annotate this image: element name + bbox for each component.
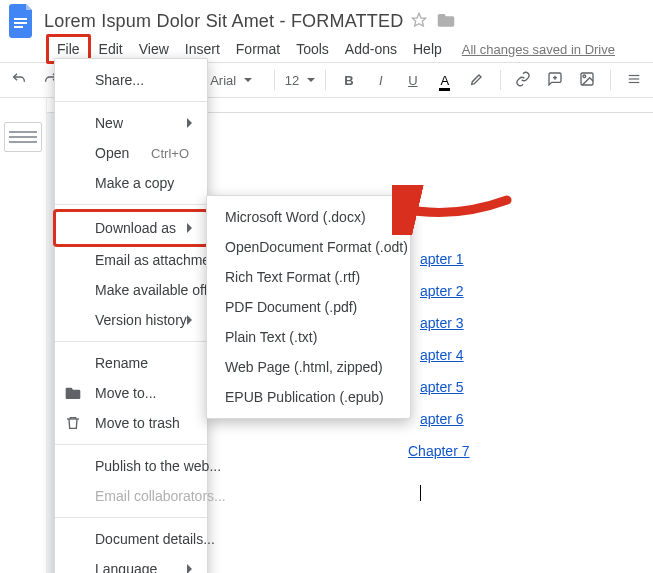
svg-rect-2 — [14, 26, 23, 28]
menu-separator — [55, 517, 207, 518]
download-rtf[interactable]: Rich Text Format (.rtf) — [207, 262, 410, 292]
star-icon[interactable] — [411, 12, 427, 31]
menu-addons[interactable]: Add-ons — [337, 37, 405, 61]
document-outline-icon[interactable] — [4, 122, 42, 152]
chapter-link[interactable]: apter 6 — [420, 411, 464, 427]
menu-separator — [55, 341, 207, 342]
chevron-right-icon — [187, 315, 197, 325]
file-menu-document-details[interactable]: Document details... — [55, 524, 207, 554]
file-menu-new[interactable]: New — [55, 108, 207, 138]
file-menu-make-copy[interactable]: Make a copy — [55, 168, 207, 198]
chapter-link[interactable]: apter 3 — [420, 315, 464, 331]
file-menu-download-as[interactable]: Download as — [55, 211, 207, 245]
font-size-select[interactable]: 12 — [285, 73, 315, 88]
download-html[interactable]: Web Page (.html, zipped) — [207, 352, 410, 382]
trash-icon — [65, 415, 81, 431]
chevron-right-icon — [187, 223, 197, 233]
save-status[interactable]: All changes saved in Drive — [462, 42, 615, 57]
insert-comment-button[interactable] — [542, 67, 568, 94]
file-menu-move-to[interactable]: Move to... — [55, 378, 207, 408]
file-menu-language[interactable]: Language — [55, 554, 207, 573]
docs-logo-icon[interactable] — [8, 3, 36, 39]
chapter-link[interactable]: apter 2 — [420, 283, 464, 299]
file-menu-rename[interactable]: Rename — [55, 348, 207, 378]
svg-marker-3 — [413, 13, 426, 26]
toolbar-separator — [325, 70, 326, 90]
menu-tools[interactable]: Tools — [288, 37, 337, 61]
toolbar-separator — [610, 70, 611, 90]
toolbar-separator — [274, 70, 275, 90]
svg-rect-1 — [14, 22, 27, 24]
text-color-button[interactable]: A — [432, 69, 458, 92]
chevron-right-icon — [187, 564, 197, 573]
chapter-link[interactable]: apter 5 — [420, 379, 464, 395]
chevron-right-icon — [187, 118, 197, 128]
chapter-link[interactable]: apter 4 — [420, 347, 464, 363]
align-button[interactable] — [621, 68, 647, 93]
shortcut-label: Ctrl+O — [151, 146, 189, 161]
file-menu-open[interactable]: OpenCtrl+O — [55, 138, 207, 168]
text-caret — [420, 485, 421, 501]
file-menu-make-offline[interactable]: Make available offline — [55, 275, 207, 305]
svg-rect-0 — [14, 18, 27, 20]
file-dropdown-menu: Share... New OpenCtrl+O Make a copy Down… — [54, 58, 208, 573]
file-menu-share[interactable]: Share... — [55, 65, 207, 95]
file-menu-move-to-trash[interactable]: Move to trash — [55, 408, 207, 438]
file-menu-email-collaborators: Email collaborators... — [55, 481, 207, 511]
bold-button[interactable]: B — [336, 69, 362, 92]
chapter-link[interactable]: Chapter 7 — [408, 443, 469, 459]
download-odt[interactable]: OpenDocument Format (.odt) — [207, 232, 410, 262]
download-txt[interactable]: Plain Text (.txt) — [207, 322, 410, 352]
svg-point-7 — [583, 75, 586, 78]
menu-separator — [55, 444, 207, 445]
download-pdf[interactable]: PDF Document (.pdf) — [207, 292, 410, 322]
menu-separator — [55, 204, 207, 205]
underline-button[interactable]: U — [400, 69, 426, 92]
undo-button[interactable] — [6, 67, 32, 94]
menu-separator — [55, 101, 207, 102]
folder-move-icon[interactable] — [437, 12, 455, 31]
menu-format[interactable]: Format — [228, 37, 288, 61]
folder-icon — [65, 385, 81, 401]
highlight-button[interactable] — [464, 67, 490, 94]
file-menu-email-attachment[interactable]: Email as attachment... — [55, 245, 207, 275]
toolbar-separator — [500, 70, 501, 90]
chapter-link[interactable]: apter 1 — [420, 251, 464, 267]
document-title[interactable]: Lorem Ispum Dolor Sit Amet - FORMATTED — [44, 11, 411, 32]
download-as-submenu: Microsoft Word (.docx) OpenDocument Form… — [206, 195, 411, 419]
file-menu-version-history[interactable]: Version history — [55, 305, 207, 335]
menu-help[interactable]: Help — [405, 37, 450, 61]
font-family-select[interactable]: Arial — [210, 73, 264, 88]
insert-link-button[interactable] — [510, 67, 536, 94]
file-menu-publish-web[interactable]: Publish to the web... — [55, 451, 207, 481]
download-docx[interactable]: Microsoft Word (.docx) — [207, 202, 410, 232]
insert-image-button[interactable] — [574, 67, 600, 94]
italic-button[interactable]: I — [368, 69, 394, 92]
download-epub[interactable]: EPUB Publication (.epub) — [207, 382, 410, 412]
